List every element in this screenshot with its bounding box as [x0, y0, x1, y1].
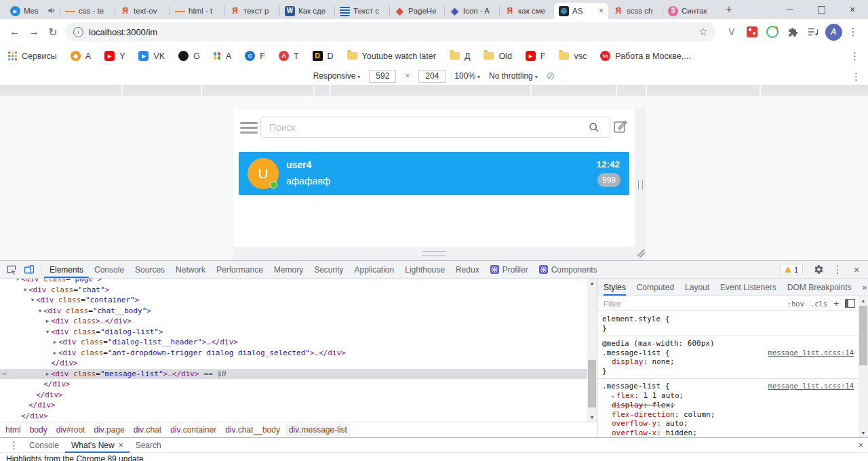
- dom-tree-node[interactable]: </div>: [0, 358, 587, 369]
- window-close-button[interactable]: ×: [837, 0, 868, 19]
- bookmark-item[interactable]: ▶F: [526, 51, 546, 61]
- scroll-up-icon[interactable]: ▲: [859, 296, 868, 305]
- browser-tab[interactable]: ◈PageHe: [390, 3, 444, 19]
- breadcrumb-item[interactable]: div#root: [56, 425, 85, 435]
- scrollbar-thumb[interactable]: [859, 306, 867, 365]
- styles-tab-layout[interactable]: Layout: [685, 279, 709, 296]
- styles-tab-styles[interactable]: Styles: [604, 279, 626, 296]
- styles-filter-input[interactable]: [602, 299, 781, 308]
- node-more-icon[interactable]: ⋯: [2, 369, 7, 380]
- dom-tree-node[interactable]: ▼<div class="page">: [0, 279, 587, 285]
- dom-tree-node[interactable]: </div>: [0, 411, 587, 422]
- css-declaration[interactable]: overflow-x: hidden;: [602, 428, 856, 438]
- expand-arrow-icon[interactable]: ▶: [52, 337, 58, 348]
- browser-menu-icon[interactable]: ⋮: [844, 22, 863, 41]
- bookmark-item[interactable]: ▶VK: [138, 51, 165, 61]
- bookmark-star-icon[interactable]: ☆: [699, 26, 708, 38]
- tab-audio-icon[interactable]: [47, 7, 55, 16]
- bookmark-item[interactable]: A: [71, 51, 91, 61]
- browser-tab[interactable]: Якак сме: [500, 3, 554, 19]
- expand-arrow-icon[interactable]: ▼: [29, 295, 36, 306]
- red-extension-icon[interactable]: [743, 22, 761, 41]
- browser-tab[interactable]: ◈Icon - A: [445, 3, 499, 19]
- devtools-tab-console[interactable]: Console: [89, 261, 130, 278]
- breadcrumb-item[interactable]: body: [30, 425, 47, 435]
- dialog-list-item[interactable]: U user4 афафавф 12:42 999: [239, 152, 629, 195]
- dom-tree-node[interactable]: </div>: [0, 390, 587, 401]
- toggle-device-toolbar-icon[interactable]: [20, 261, 38, 278]
- console-warning-counter[interactable]: 1: [780, 264, 803, 275]
- css-declaration[interactable]: display: flex;: [602, 401, 856, 410]
- dom-tree-node[interactable]: ▶<div class="ant-dropdown-trigger dialog…: [0, 348, 587, 359]
- devtools-tab-network[interactable]: Network: [170, 261, 211, 278]
- toggle-hover-state[interactable]: :hov: [787, 300, 804, 308]
- scroll-down-icon[interactable]: ▼: [859, 428, 868, 437]
- tab-close-icon[interactable]: ×: [599, 7, 604, 15]
- expand-arrow-icon[interactable]: ▼: [22, 285, 28, 296]
- chat-search-input[interactable]: [260, 117, 610, 138]
- breadcrumb-item[interactable]: div.page: [94, 425, 124, 435]
- inspect-element-icon[interactable]: [3, 261, 20, 278]
- drawer-tab-close-icon[interactable]: ×: [119, 441, 123, 449]
- breadcrumb-item[interactable]: html: [5, 425, 21, 435]
- styles-tab-computed[interactable]: Computed: [637, 279, 674, 296]
- browser-tab[interactable]: Текст с: [335, 3, 389, 19]
- bookmark-item[interactable]: Old: [484, 52, 511, 61]
- devtools-tab-profiler[interactable]: Profiler: [485, 261, 534, 278]
- dom-tree-node[interactable]: ⋯▶<div class="message-list">…</div>== $0: [0, 369, 587, 380]
- css-source-link[interactable]: message_list.scss:14: [768, 348, 854, 358]
- throttling-select[interactable]: No throttling▾: [489, 71, 538, 81]
- scroll-up-icon[interactable]: ▲: [587, 279, 597, 287]
- drawer-close-icon[interactable]: ×: [858, 440, 863, 450]
- tabs-overflow-chevron-icon[interactable]: »: [863, 283, 867, 292]
- reading-list-icon[interactable]: [804, 22, 822, 41]
- devtools-close-icon[interactable]: ×: [848, 261, 865, 278]
- dom-tree-node[interactable]: </div>: [0, 379, 587, 390]
- dom-tree-node[interactable]: ▼<div class="chat__body">: [0, 306, 587, 317]
- address-bar[interactable]: i localhost:3000/im ☆: [65, 22, 716, 41]
- window-restore-button[interactable]: [806, 0, 837, 19]
- viewport-resize-handle-right[interactable]: [635, 108, 646, 260]
- viewport-resize-handle-corner[interactable]: [636, 249, 645, 258]
- css-source-link[interactable]: message_list.scss:14: [768, 382, 854, 391]
- dom-tree-node[interactable]: ▼<div class="container">: [0, 295, 587, 306]
- drawer-tab-search[interactable]: Search: [130, 438, 167, 453]
- browser-tab[interactable]: Яscss ch: [608, 3, 663, 19]
- dom-tree-node[interactable]: ▼<div class="dialog-list">: [0, 327, 587, 338]
- vue-devtools-extension-icon[interactable]: V: [723, 22, 741, 41]
- scrollbar-thumb[interactable]: [588, 360, 596, 407]
- css-declaration[interactable]: flex-direction: column;: [602, 410, 856, 420]
- back-button[interactable]: ←: [5, 22, 24, 41]
- shorthand-expand-icon[interactable]: ▸: [612, 393, 615, 399]
- url-text[interactable]: localhost:3000/im: [89, 27, 694, 37]
- css-declaration[interactable]: overflow-y: auto;: [602, 419, 856, 428]
- devtools-tab-sources[interactable]: Sources: [130, 261, 170, 278]
- expand-arrow-icon[interactable]: ▼: [44, 327, 51, 338]
- browser-tab[interactable]: Ятекст р: [225, 3, 279, 19]
- browser-tab[interactable]: AS×: [554, 3, 608, 19]
- breadcrumb-item[interactable]: div.chat: [134, 425, 161, 435]
- device-type-select[interactable]: Responsive▾: [313, 71, 361, 81]
- bookmark-item[interactable]: vsc: [559, 52, 587, 61]
- css-declaration[interactable]: display: none;: [602, 357, 856, 367]
- bookmark-item[interactable]: DD: [313, 51, 334, 61]
- browser-tab[interactable]: Яtext-ov: [115, 3, 170, 19]
- bookmark-item[interactable]: hhРабота в Москве,...: [600, 51, 690, 61]
- viewport-resize-handle-bottom[interactable]: [233, 247, 635, 260]
- devtools-tab-redux[interactable]: Redux: [450, 261, 485, 278]
- expand-arrow-icon[interactable]: ▼: [37, 306, 43, 317]
- devtools-tab-lighthouse[interactable]: Lighthouse: [399, 261, 450, 278]
- site-info-icon[interactable]: i: [73, 27, 83, 37]
- devtools-tab-application[interactable]: Application: [349, 261, 400, 278]
- devtools-tab-components[interactable]: Components: [534, 261, 603, 278]
- new-style-rule-icon[interactable]: +: [833, 298, 839, 308]
- device-toolbar-menu-icon[interactable]: ⋮: [851, 71, 861, 83]
- search-icon[interactable]: [589, 122, 599, 136]
- devtools-menu-icon[interactable]: ⋮: [829, 261, 846, 278]
- bookmark-item[interactable]: Youtube watch later: [347, 52, 436, 61]
- drawer-menu-icon[interactable]: ⋮: [5, 439, 23, 452]
- elements-scrollbar[interactable]: ▲ ▼: [587, 279, 597, 422]
- viewport-height-input[interactable]: [418, 70, 446, 83]
- bookmarks-overflow-icon[interactable]: ⋮: [850, 50, 860, 62]
- green-ring-extension-icon[interactable]: [764, 22, 781, 41]
